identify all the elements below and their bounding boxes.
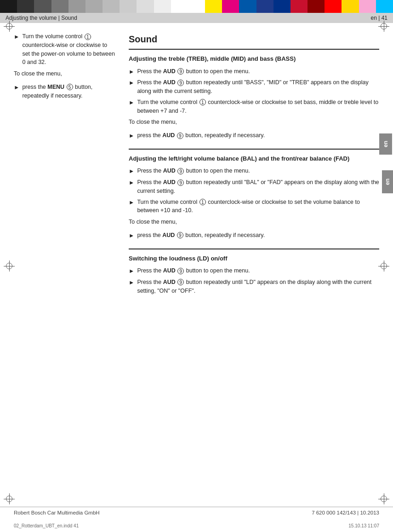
bullet-arrow-s1-3: ► (129, 98, 134, 107)
section2-title: Adjusting the left/right volume balance … (129, 154, 379, 163)
right-column: en Sound Adjusting the treble (TREB), mi… (129, 32, 379, 303)
section3-title: Switching the loudness (LD) on/off (129, 254, 379, 263)
s3-bullet-2: ► Press the AUD 9 button repeatedly unti… (129, 278, 379, 295)
s1-close-bullet: ► press the AUD 9 button, repeatedly if … (129, 131, 379, 140)
en-side-tab: en (379, 133, 392, 155)
circ-1-s2-3: 1 (199, 199, 206, 205)
bullet-arrow-s1-1: ► (129, 68, 134, 76)
s1-bullet-1: ► Press the AUD 9 button to open the men… (129, 67, 379, 76)
s1-divider (129, 149, 379, 150)
footer: Robert Bosch Car Multimedia GmbH 7 620 0… (0, 507, 393, 518)
s1-bullet-3-text: Turn the volume control 1 counterclock-w… (137, 98, 379, 116)
title-divider (129, 49, 379, 50)
circ-9-s2-2: 9 (177, 179, 184, 186)
section-ld: Switching the loudness (LD) on/off ► Pre… (129, 254, 379, 295)
print-info: 02_Rotterdam_UBT_en.indd 41 15.10.13 11:… (0, 523, 393, 528)
circ-9-s3-1: 9 (177, 268, 184, 274)
s1-close-bullet-text: press the AUD 9 button, repeatedly if ne… (137, 131, 379, 140)
left-bullet-2: ► press the MENU 5 button, repeatedly if… (14, 83, 115, 100)
header-left: Adjusting the volume | Sound (6, 15, 77, 21)
s3-bullet-1-text: Press the AUD 9 button to open the menu. (137, 266, 379, 275)
circ-9-s1-2: 9 (177, 80, 184, 86)
circ-9-s2-1: 9 (177, 168, 184, 174)
bullet-arrow-s1-c: ► (129, 132, 134, 140)
bullet-arrow-s2-1: ► (129, 167, 134, 176)
s1-bullet-3: ► Turn the volume control 1 counterclock… (129, 98, 379, 116)
bullet-arrow-icon: ► (14, 33, 19, 41)
print-info-left: 02_Rotterdam_UBT_en.indd 41 (14, 523, 79, 528)
bullet-arrow-s2-3: ► (129, 198, 134, 207)
s2-bullet-3-text: Turn the volume control 1 counterclock-w… (137, 198, 379, 215)
en-tab: en (382, 170, 393, 193)
left-bullet-1-text: Turn the volume control 1 counterclock-w… (22, 32, 115, 67)
reg-mark-bot-left (4, 493, 15, 504)
footer-left: Robert Bosch Car Multimedia GmbH (14, 510, 100, 515)
header-right: en | 41 (371, 15, 387, 21)
left-bullet-1: ► Turn the volume control 1 counterclock… (14, 32, 115, 67)
left-close-menu-text: To close the menu, (14, 69, 115, 78)
s1-bullet-1-text: Press the AUD 9 button to open the menu. (137, 67, 379, 76)
s2-bullet-1-text: Press the AUD 9 button to open the menu. (137, 167, 379, 175)
main-content: ► Turn the volume control 1 counterclock… (0, 23, 393, 312)
section-bal-fad: Adjusting the left/right volume balance … (129, 154, 379, 240)
reg-mark-bot-right (378, 493, 389, 504)
left-bullet-2-text: press the MENU 5 button, repeatedly if n… (22, 83, 115, 100)
circ-9-s1-1: 9 (177, 68, 184, 75)
footer-right: 7 620 000 142/143 | 10.2013 (312, 510, 379, 515)
print-info-right: 15.10.13 11:07 (348, 523, 379, 528)
sound-title: Sound (129, 32, 379, 46)
s2-close-bullet: ► press the AUD 9 button, repeatedly if … (129, 231, 379, 240)
circ-9-s1-c: 9 (177, 133, 183, 139)
s1-bullet-2: ► Press the AUD 9 button repeatedly unti… (129, 78, 379, 96)
header-bar: Adjusting the volume | Sound en | 41 (0, 13, 393, 23)
bullet-arrow-s2-c: ► (129, 231, 134, 240)
s1-close-menu: To close the menu, (129, 118, 379, 127)
bullet-arrow-icon-2: ► (14, 83, 19, 92)
section1-title: Adjusting the treble (TREB), middle (MID… (129, 54, 379, 64)
section-treb-mid-bass: Adjusting the treble (TREB), middle (MID… (129, 54, 379, 140)
left-column: ► Turn the volume control 1 counterclock… (14, 32, 115, 303)
circ-9-s3-2: 9 (177, 279, 184, 285)
bullet-arrow-s3-1: ► (129, 267, 134, 276)
s2-close-bullet-text: press the AUD 9 button, repeatedly if ne… (137, 231, 379, 240)
s3-bullet-1: ► Press the AUD 9 button to open the men… (129, 266, 379, 276)
s2-close-menu: To close the menu, (129, 218, 379, 226)
s2-bullet-2: ► Press the AUD 9 button repeatedly unti… (129, 178, 379, 196)
s2-bullet-2-text: Press the AUD 9 button repeatedly until … (137, 178, 379, 196)
bullet-arrow-s2-2: ► (129, 179, 134, 187)
circ-9-s2-c: 9 (177, 232, 183, 238)
s2-bullet-1: ► Press the AUD 9 button to open the men… (129, 167, 379, 176)
color-bar (0, 0, 393, 13)
s1-bullet-2-text: Press the AUD 9 button repeatedly until … (137, 78, 379, 96)
s2-bullet-3: ► Turn the volume control 1 counterclock… (129, 198, 379, 215)
s2-divider (129, 249, 379, 249)
bullet-arrow-s1-2: ► (129, 79, 134, 87)
circle-1: 1 (85, 34, 91, 40)
circle-5: 5 (67, 84, 73, 90)
s3-bullet-2-text: Press the AUD 9 button repeatedly until … (137, 278, 379, 295)
circ-1-s1-3: 1 (199, 99, 206, 105)
bullet-arrow-s3-2: ► (129, 278, 134, 287)
